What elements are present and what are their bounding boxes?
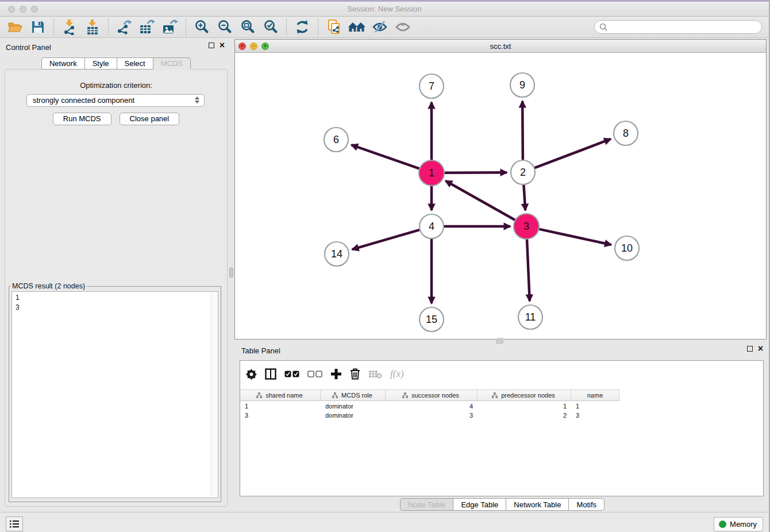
- node-10[interactable]: 10: [615, 236, 639, 260]
- export-image-icon[interactable]: [159, 18, 182, 36]
- column-header-name[interactable]: name: [571, 390, 619, 400]
- split-view-icon[interactable]: [265, 368, 276, 380]
- optimization-criterion-label: Optimization criterion:: [5, 81, 227, 90]
- node-6[interactable]: 6: [324, 128, 348, 152]
- edge-3-11[interactable]: [527, 239, 530, 301]
- column-header-shared-name[interactable]: shared name: [240, 390, 321, 400]
- cell-mcds-role[interactable]: dominator: [321, 402, 386, 411]
- cell-predecessor-nodes[interactable]: 2: [478, 411, 571, 420]
- apply-layout-icon[interactable]: [291, 18, 314, 36]
- table-row[interactable]: 3 dominator 3 2 3: [240, 411, 763, 420]
- mcds-result-textarea[interactable]: 1 3: [11, 291, 218, 498]
- tab-style[interactable]: Style: [84, 57, 117, 70]
- zoom-selected-icon[interactable]: [259, 18, 282, 36]
- column-header-mcds-role[interactable]: MCDS role: [321, 390, 386, 400]
- tab-network-table[interactable]: Network Table: [506, 498, 568, 511]
- edge-3-10[interactable]: [538, 229, 611, 245]
- node-label: 7: [429, 80, 434, 92]
- close-panel-button[interactable]: Close panel: [120, 113, 180, 125]
- edge-3-1[interactable]: [445, 181, 515, 220]
- float-panel-icon[interactable]: [209, 43, 214, 48]
- cell-name[interactable]: 3: [571, 411, 619, 420]
- table-row[interactable]: 1 dominator 4 1 1: [240, 402, 763, 411]
- zoom-out-icon[interactable]: [213, 18, 236, 36]
- task-history-button[interactable]: [6, 516, 23, 531]
- network-canvas[interactable]: 1234678910111415: [235, 53, 766, 339]
- tab-node-table[interactable]: Node Table: [400, 498, 453, 511]
- table-panel-header: Table Panel ×: [241, 345, 765, 357]
- export-table-icon[interactable]: [136, 18, 159, 36]
- node-1[interactable]: 1: [419, 160, 444, 186]
- edge-1-2[interactable]: [444, 172, 507, 173]
- node-9[interactable]: 9: [510, 73, 534, 97]
- export-network-icon[interactable]: [113, 18, 136, 36]
- node-3[interactable]: 3: [514, 214, 539, 239]
- control-panel-title: Control Panel: [6, 43, 51, 52]
- edge-2-9[interactable]: [522, 101, 523, 160]
- select-all-icon[interactable]: [284, 371, 299, 377]
- float-panel-icon[interactable]: [747, 346, 753, 352]
- edge-4-14[interactable]: [352, 230, 419, 249]
- close-panel-icon[interactable]: ×: [758, 346, 763, 352]
- tab-network[interactable]: Network: [41, 57, 84, 70]
- close-panel-icon[interactable]: ×: [220, 43, 225, 48]
- control-panel-tabs: Network Style Select MCDS: [5, 57, 228, 70]
- tab-select[interactable]: Select: [117, 57, 153, 70]
- list-icon: [10, 520, 20, 528]
- node-4[interactable]: 4: [419, 214, 444, 238]
- first-neighbors-icon[interactable]: [345, 18, 368, 36]
- cell-successor-nodes[interactable]: 3: [386, 411, 478, 420]
- table-body: 1 dominator 4 1 1 3 dominator 3 2 3: [240, 402, 763, 420]
- function-builder-icon[interactable]: f(x): [390, 368, 404, 380]
- optimization-criterion-value: strongly connected component: [33, 96, 134, 105]
- cell-name[interactable]: 1: [571, 402, 619, 411]
- node-2[interactable]: 2: [511, 160, 535, 184]
- cell-mcds-role[interactable]: dominator: [321, 411, 386, 420]
- column-header-predecessor-nodes[interactable]: predecessor nodes: [478, 390, 571, 400]
- cell-shared-name[interactable]: 1: [240, 402, 321, 411]
- import-network-icon[interactable]: [58, 18, 81, 36]
- node-7[interactable]: 7: [419, 74, 444, 98]
- result-scrollbar[interactable]: [211, 292, 217, 497]
- show-all-icon[interactable]: [391, 18, 414, 36]
- column-type-icon: [402, 392, 408, 398]
- cell-predecessor-nodes[interactable]: 1: [478, 402, 571, 411]
- column-header-successor-nodes[interactable]: successor nodes: [386, 390, 478, 400]
- cell-shared-name[interactable]: 3: [240, 411, 321, 420]
- splitter-grip[interactable]: [496, 340, 503, 344]
- search-box[interactable]: [594, 20, 762, 34]
- tab-edge-table[interactable]: Edge Table: [453, 498, 506, 511]
- open-session-icon[interactable]: [3, 18, 26, 36]
- cell-successor-nodes[interactable]: 4: [386, 402, 478, 411]
- add-column-icon[interactable]: [330, 368, 342, 380]
- import-table-icon[interactable]: [81, 18, 104, 36]
- settings-gear-icon[interactable]: [246, 369, 257, 380]
- save-session-icon[interactable]: [26, 18, 49, 36]
- zoom-in-icon[interactable]: [190, 18, 213, 36]
- edge-1-6[interactable]: [351, 145, 419, 169]
- node-8[interactable]: 8: [614, 121, 638, 145]
- zoom-fit-icon[interactable]: [236, 18, 259, 36]
- tab-mcds[interactable]: MCDS: [153, 57, 191, 70]
- network-window-titlebar[interactable]: ✕ − + scc.txt: [235, 40, 766, 53]
- search-input[interactable]: [607, 23, 757, 31]
- node-15[interactable]: 15: [419, 307, 444, 331]
- horizontal-splitter[interactable]: [234, 340, 770, 344]
- deselect-all-icon[interactable]: [307, 371, 322, 377]
- tab-motifs[interactable]: Motifs: [568, 498, 605, 511]
- memory-button[interactable]: Memory: [714, 517, 763, 531]
- delete-column-icon[interactable]: [350, 368, 360, 380]
- run-mcds-button[interactable]: Run MCDS: [53, 113, 111, 125]
- vertical-splitter[interactable]: [228, 38, 234, 512]
- edge-2-3[interactable]: [523, 185, 525, 210]
- node-14[interactable]: 14: [325, 242, 349, 266]
- hide-selected-icon[interactable]: [368, 18, 391, 36]
- splitter-grip[interactable]: [229, 268, 233, 277]
- delete-table-icon[interactable]: [368, 369, 382, 379]
- optimization-criterion-select[interactable]: strongly connected component: [26, 94, 205, 107]
- node-11[interactable]: 11: [518, 305, 542, 329]
- mcds-result-line: 3: [16, 303, 218, 313]
- duplicate-network-icon[interactable]: [322, 18, 345, 36]
- network-graph[interactable]: 1234678910111415: [235, 53, 766, 339]
- edge-2-8[interactable]: [535, 139, 611, 168]
